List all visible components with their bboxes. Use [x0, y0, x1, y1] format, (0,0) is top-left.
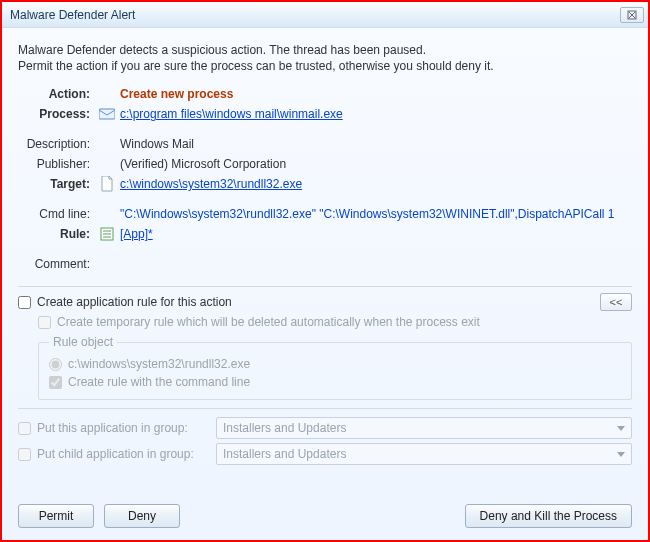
rule-link[interactable]: [App]* [120, 227, 153, 241]
rule-section: Create application rule for this action … [18, 286, 632, 404]
comment-label: Comment: [18, 257, 94, 271]
collapse-button[interactable]: << [600, 293, 632, 311]
rule-icon [98, 226, 116, 242]
close-button[interactable] [620, 7, 644, 23]
put-child-group-label: Put child application in group: [37, 447, 194, 461]
rule-object-fieldset: Rule object c:\windows\system32\rundll32… [38, 335, 632, 400]
publisher-value: (Verified) Microsoft Corporation [120, 157, 632, 171]
group-section: Put this application in group: Installer… [18, 408, 632, 467]
mail-icon [98, 106, 116, 122]
dialog-body: Malware Defender detects a suspicious ac… [2, 28, 648, 540]
put-app-group-label: Put this application in group: [37, 421, 188, 435]
file-icon [98, 176, 116, 192]
intro-line1: Malware Defender detects a suspicious ac… [18, 42, 632, 58]
footer-buttons: Permit Deny Deny and Kill the Process [18, 494, 632, 528]
svg-rect-3 [99, 109, 115, 119]
cmdline-value: "C:\Windows\system32\rundll32.exe" "C:\W… [120, 207, 632, 221]
intro-line2: Permit the action if you are sure the pr… [18, 58, 632, 74]
window-title: Malware Defender Alert [10, 8, 620, 22]
details-grid: Action: Create new process Process: c:\p… [18, 86, 632, 272]
temp-rule-label: Create temporary rule which will be dele… [57, 315, 480, 329]
app-group-combo: Installers and Updaters [216, 417, 632, 439]
rule-object-radio [49, 358, 62, 371]
rule-object-legend: Rule object [49, 335, 117, 349]
deny-button[interactable]: Deny [104, 504, 180, 528]
description-value: Windows Mail [120, 137, 632, 151]
target-label: Target: [18, 177, 94, 191]
close-icon [627, 10, 637, 20]
create-rule-checkbox[interactable] [18, 296, 31, 309]
cmdline-label: Cmd line: [18, 207, 94, 221]
action-value: Create new process [120, 87, 632, 101]
chevron-left-icon: << [610, 296, 623, 308]
dialog-window: Malware Defender Alert Malware Defender … [0, 0, 650, 542]
publisher-label: Publisher: [18, 157, 94, 171]
rule-object-path: c:\windows\system32\rundll32.exe [68, 357, 250, 371]
create-rule-label: Create application rule for this action [37, 295, 232, 309]
target-link[interactable]: c:\windows\system32\rundll32.exe [120, 177, 302, 191]
description-label: Description: [18, 137, 94, 151]
permit-button[interactable]: Permit [18, 504, 94, 528]
put-child-group-checkbox [18, 448, 31, 461]
titlebar: Malware Defender Alert [2, 2, 648, 28]
app-group-value: Installers and Updaters [223, 421, 346, 435]
action-label: Action: [18, 87, 94, 101]
process-label: Process: [18, 107, 94, 121]
put-app-group-checkbox [18, 422, 31, 435]
rule-with-cmd-label: Create rule with the command line [68, 375, 250, 389]
temp-rule-checkbox [38, 316, 51, 329]
rule-label: Rule: [18, 227, 94, 241]
child-group-value: Installers and Updaters [223, 447, 346, 461]
process-link[interactable]: c:\program files\windows mail\winmail.ex… [120, 107, 343, 121]
rule-with-cmd-checkbox [49, 376, 62, 389]
child-group-combo: Installers and Updaters [216, 443, 632, 465]
intro-text: Malware Defender detects a suspicious ac… [18, 42, 632, 74]
deny-kill-button[interactable]: Deny and Kill the Process [465, 504, 632, 528]
